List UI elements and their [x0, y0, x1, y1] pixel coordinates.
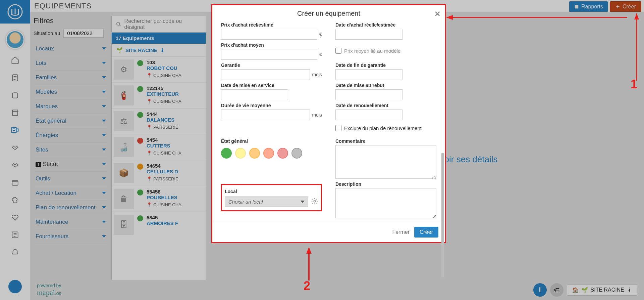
duree-vie-input[interactable] [221, 110, 310, 120]
description-label: Description [335, 181, 436, 187]
svg-rect-2 [12, 93, 17, 98]
equipment-location: 📍CUISINE CHA [147, 73, 204, 78]
filter-modles[interactable]: Modèles [34, 85, 108, 99]
filter-marques[interactable]: Marques [34, 99, 108, 114]
date-rebut-label: Date de mise au rebut [335, 83, 436, 88]
tag-button[interactable]: 🏷 [550, 283, 564, 297]
site-root-label: SITE RACINE [125, 47, 157, 53]
create-equipment-modal: Créer un équipement ✕ Prix d'achat réel/… [211, 4, 446, 243]
gear-icon[interactable] [311, 198, 318, 206]
modal-scrollbar[interactable] [441, 153, 444, 277]
clipboard-icon[interactable] [10, 73, 20, 83]
user-avatar[interactable] [6, 30, 24, 49]
footer: powered by mapal.os i 🏷 🏠 🌱 SITE RACINE … [30, 280, 644, 300]
date-fin-garantie-label: Date de fin de garantie [335, 62, 436, 68]
prix-moyen-checkbox[interactable] [335, 48, 341, 54]
filter-outils[interactable]: Outils [34, 172, 108, 186]
etat-ok[interactable] [235, 148, 246, 159]
filter-fournisseurs[interactable]: Fournisseurs [34, 229, 108, 244]
filter-familles[interactable]: Familles [34, 71, 108, 85]
duree-vie-label: Durée de vie moyenne [221, 103, 322, 108]
exclure-checkbox[interactable] [335, 125, 341, 131]
handshake-icon[interactable] [10, 142, 20, 153]
home-icon[interactable] [10, 55, 20, 65]
equipment-row[interactable]: 🗄5845ARMOIRES F [112, 212, 206, 238]
app-logo[interactable] [0, 0, 30, 24]
filter-locaux[interactable]: Locaux [34, 42, 108, 56]
date-achat-label: Date d'achat réelle/estimée [335, 22, 436, 28]
store-icon[interactable] [10, 108, 20, 118]
etat-poor[interactable] [263, 148, 274, 159]
situation-label: Situation au [34, 30, 60, 36]
info-button[interactable]: i [533, 283, 547, 297]
chef-icon[interactable] [10, 195, 20, 205]
etat-dead[interactable] [291, 148, 302, 159]
modal-close-link[interactable]: Fermer [392, 229, 410, 235]
equipment-location: 📍CUISINE CHA [147, 202, 204, 207]
equipment-row[interactable]: 🍶5454CUTTERS📍CUISINE CHA [112, 134, 206, 160]
etat-good[interactable] [221, 148, 232, 159]
equipment-thumb: 📦 [114, 163, 134, 183]
filter-planderenouvellement[interactable]: Plan de renouvellement [34, 201, 108, 215]
filter-nergies[interactable]: Énergies [34, 128, 108, 143]
equipment-name: ARMOIRES F [147, 220, 194, 226]
equipment-icon[interactable] [10, 125, 20, 135]
equipment-row[interactable]: 🗑55458POUBELLES📍CUISINE CHA [112, 186, 206, 212]
prix-reel-input[interactable] [221, 29, 317, 40]
prix-reel-label: Prix d'achat réel/estimé [221, 22, 322, 28]
package-icon[interactable] [10, 90, 20, 100]
garantie-input[interactable] [221, 69, 310, 80]
modal-close-button[interactable]: ✕ [434, 10, 440, 18]
list-header: 17 Equipements [112, 33, 206, 44]
filter-achatlocation[interactable]: Achat / Location [34, 186, 108, 201]
equipment-location: 📍CUISINE CHA [147, 99, 204, 104]
commentaire-input[interactable] [335, 145, 436, 179]
status-dot [137, 60, 143, 66]
equipment-code: 5845 [147, 215, 204, 220]
left-rail [0, 0, 30, 300]
equipment-code: 55458 [147, 189, 204, 195]
equipment-thumb: ⚙ [114, 59, 134, 80]
description-input[interactable] [335, 188, 436, 218]
equipment-name: EXTINCTEUR [147, 91, 194, 97]
prix-moyen-input[interactable] [221, 49, 317, 60]
equipment-name: BALANCES [147, 117, 194, 123]
annotation-arrow-1b [633, 13, 640, 84]
site-root-row[interactable]: 🌱 SITE RACINE 🌡 [112, 44, 206, 56]
date-fin-garantie-input[interactable] [335, 69, 402, 80]
local-select[interactable]: Choisir un local [225, 197, 308, 207]
equipment-row[interactable]: 📦54654CELLULES D📍PATISSERIE [112, 160, 206, 186]
filter-tatgnral[interactable]: État général [34, 114, 108, 128]
date-service-input[interactable] [221, 89, 288, 100]
heart-check-icon[interactable] [10, 212, 20, 222]
equipment-row[interactable]: ⚖5444BALANCES📍PATISSERIE [112, 108, 206, 134]
svg-marker-15 [446, 15, 453, 20]
commentaire-label: Commentaire [335, 138, 436, 144]
situation-date-input[interactable] [63, 29, 104, 38]
thermometer-icon: 🌡 [627, 287, 632, 293]
date-renouv-input[interactable] [335, 110, 402, 120]
modal-create-button[interactable]: Créer [414, 227, 438, 238]
equipment-code: 122145 [147, 85, 204, 91]
site-selector[interactable]: 🏠 🌱 SITE RACINE 🌡 [567, 285, 637, 296]
rail-bottom-button[interactable] [8, 280, 22, 293]
etat-bad[interactable] [277, 148, 288, 159]
archive-icon[interactable] [10, 177, 20, 187]
reports-button[interactable]: Rapports [569, 1, 608, 12]
search-icon [116, 21, 122, 27]
etat-fair[interactable] [249, 148, 260, 159]
equipment-row[interactable]: 🧯122145EXTINCTEUR📍CUISINE CHA [112, 82, 206, 108]
list-icon[interactable] [10, 230, 20, 240]
handshake-icon-2[interactable] [10, 160, 20, 170]
filter-maintenance[interactable]: Maintenance [34, 215, 108, 229]
equipment-row[interactable]: ⚙103ROBOT COU📍CUISINE CHA [112, 56, 206, 82]
date-rebut-input[interactable] [335, 89, 402, 100]
bell-icon[interactable] [10, 247, 20, 257]
search-row[interactable]: Rechercher par code ou désignat [112, 16, 206, 33]
filter-statut[interactable]: 1Statut [34, 157, 108, 172]
powered-by: powered by mapal.os [37, 283, 61, 297]
filter-sites[interactable]: Sites [34, 143, 108, 157]
create-button[interactable]: Créer [610, 1, 641, 12]
filter-lots[interactable]: Lots [34, 56, 108, 71]
date-achat-input[interactable] [335, 29, 402, 40]
